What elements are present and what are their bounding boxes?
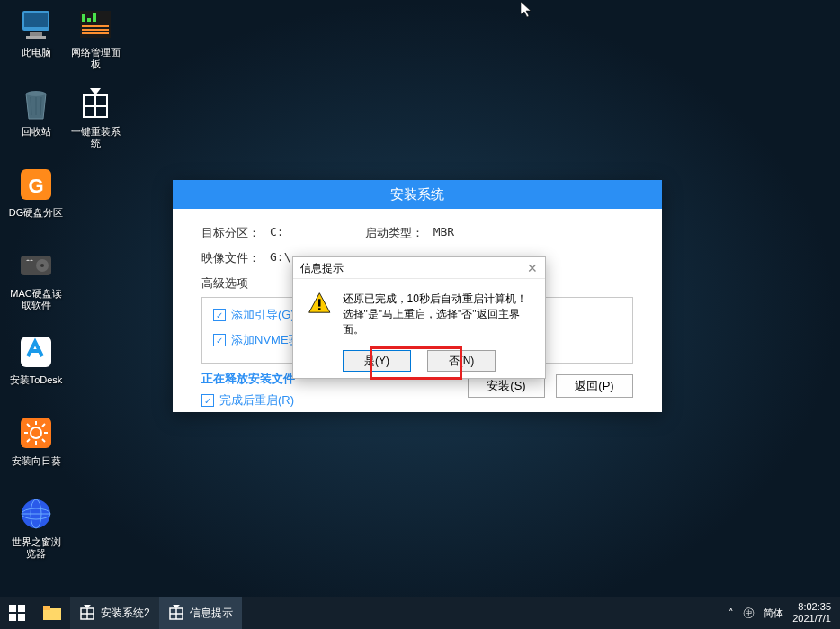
tray-chevron-icon[interactable]: ˄ — [728, 607, 734, 619]
dialog-message-line1: 还原已完成，10秒后自动重启计算机！ — [343, 292, 531, 307]
taskbar-app-label: 信息提示 — [190, 606, 233, 621]
confirm-dialog: 信息提示 ✕ 还原已完成，10秒后自动重启计算机！ 选择"是"马上重启，选择"否… — [292, 256, 546, 379]
windows-icon — [9, 605, 25, 621]
desktop-icon-label: 世界之窗浏览器 — [7, 536, 65, 560]
close-icon[interactable]: ✕ — [527, 257, 538, 278]
ime-icon[interactable]: ㊥ — [743, 605, 755, 621]
svg-rect-7 — [93, 13, 96, 22]
svg-rect-42 — [9, 605, 16, 612]
svg-rect-1 — [24, 13, 48, 27]
svg-marker-18 — [90, 88, 101, 95]
dialog-message-line2: 选择"是"马上重启，选择"否"返回主界面。 — [343, 307, 531, 337]
svg-rect-10 — [82, 32, 109, 34]
browser-icon — [17, 495, 55, 533]
no-button[interactable]: 否(N) — [427, 350, 496, 372]
checkbox-icon: ✓ — [213, 309, 226, 321]
system-tray: ˄ ㊥ 简体 8:02:35 2021/7/1 — [719, 601, 840, 625]
todesk-icon — [17, 333, 55, 371]
clock-time: 8:02:35 — [792, 601, 831, 613]
clock[interactable]: 8:02:35 2021/7/1 — [792, 601, 831, 625]
svg-text:G: G — [28, 175, 43, 197]
desktop-icon-sunflower[interactable]: 安装向日葵 — [7, 414, 65, 467]
image-file-label: 映像文件： — [201, 250, 270, 266]
svg-point-11 — [26, 91, 46, 96]
svg-rect-6 — [87, 18, 91, 22]
sunflower-icon — [17, 414, 55, 452]
desktop-icon-label: 此电脑 — [7, 47, 65, 58]
yes-button[interactable]: 是(Y) — [343, 350, 411, 372]
checkbox-icon: ✓ — [213, 334, 226, 346]
desktop-icon-label: MAC硬盘读取软件 — [7, 288, 65, 311]
desktop-icon-bin[interactable]: 回收站 — [7, 85, 65, 138]
warning-icon — [308, 292, 332, 317]
mac-icon — [17, 247, 55, 284]
dg-icon: G — [17, 166, 55, 203]
desktop-icon-label: 一键重装系统 — [67, 126, 124, 149]
target-partition-value: C: — [270, 225, 284, 241]
svg-rect-41 — [318, 308, 320, 310]
app-icon — [79, 605, 95, 621]
svg-rect-45 — [18, 614, 25, 621]
desktop-icon-mac[interactable]: MAC硬盘读取软件 — [7, 247, 65, 311]
desktop-icon-panel[interactable]: 网络管理面板 — [67, 5, 124, 70]
taskbar: 安装系统2 信息提示 ˄ ㊥ 简体 8:02:35 2021/7/1 — [0, 597, 840, 629]
add-boot-label: 添加引导(G): — [231, 307, 298, 323]
taskbar-app-label: 安装系统2 — [101, 606, 150, 621]
image-file-value: G:\ — [270, 250, 290, 266]
svg-rect-43 — [18, 605, 25, 612]
install-title: 安装系统 — [173, 180, 662, 209]
desktop-icon-dg[interactable]: GDG硬盘分区 — [7, 166, 65, 219]
taskbar-app-install[interactable]: 安装系统2 — [70, 597, 159, 629]
svg-rect-8 — [82, 25, 109, 27]
svg-rect-44 — [9, 614, 16, 621]
ime-mode[interactable]: 简体 — [764, 607, 783, 620]
svg-rect-3 — [26, 36, 46, 39]
restart-after-label: 完成后重启(R) — [219, 392, 294, 409]
desktop-icon-reinstall[interactable]: 一键重装系统 — [67, 85, 124, 149]
app-icon — [168, 605, 184, 621]
bin-icon — [17, 85, 55, 122]
desktop-icon-label: DG硬盘分区 — [7, 207, 65, 219]
target-partition-label: 目标分区： — [201, 225, 270, 241]
reinstall-icon — [76, 85, 114, 122]
desktop-icon-label: 安装ToDesk — [7, 374, 65, 386]
taskbar-app-dialog[interactable]: 信息提示 — [159, 597, 242, 629]
desktop-icon-todesk[interactable]: 安装ToDesk — [7, 333, 65, 386]
add-nvme-label: 添加NVME驱 — [231, 332, 300, 348]
svg-point-23 — [40, 264, 44, 267]
svg-rect-47 — [43, 606, 50, 610]
clock-date: 2021/7/1 — [792, 613, 831, 625]
svg-rect-2 — [30, 32, 42, 36]
folder-icon — [43, 606, 61, 620]
svg-rect-9 — [82, 29, 109, 31]
pc-icon — [17, 5, 55, 43]
boot-type-value: MBR — [433, 225, 454, 241]
desktop-icon-label: 网络管理面板 — [67, 47, 124, 70]
file-explorer-button[interactable] — [34, 597, 70, 629]
boot-type-label: 启动类型： — [365, 225, 433, 241]
desktop-icon-browser[interactable]: 世界之窗浏览器 — [7, 495, 65, 560]
svg-rect-40 — [318, 299, 320, 306]
panel-icon — [76, 5, 114, 43]
back-button[interactable]: 返回(P) — [556, 374, 633, 398]
start-button[interactable] — [0, 597, 34, 629]
svg-rect-5 — [82, 14, 85, 22]
desktop-icon-label: 安装向日葵 — [7, 455, 65, 467]
desktop-icon-label: 回收站 — [7, 126, 65, 138]
checkbox-icon: ✓ — [201, 394, 214, 407]
dialog-title: 信息提示 — [300, 257, 344, 278]
desktop-icon-pc[interactable]: 此电脑 — [7, 5, 65, 58]
